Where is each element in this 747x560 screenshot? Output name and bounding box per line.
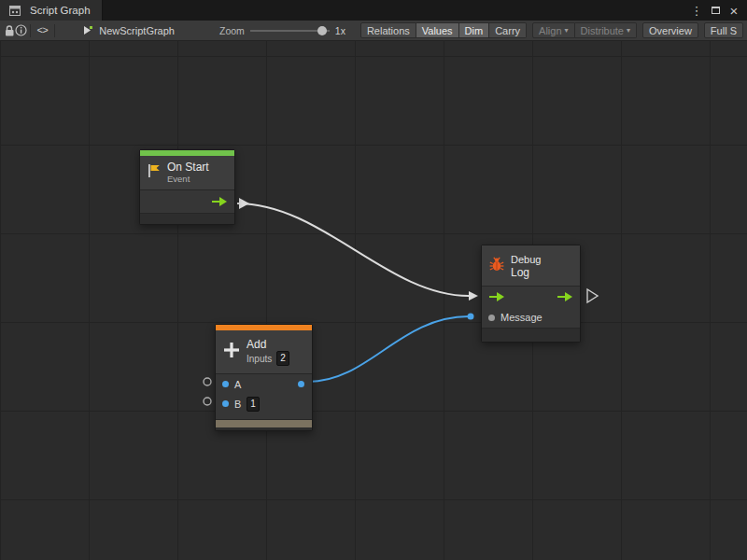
port-b-value-field[interactable]: 1 [247, 397, 260, 412]
add-port-a-row: A [216, 374, 312, 394]
control-arrow-icon [211, 196, 228, 207]
values-button-label: Values [422, 25, 453, 36]
flag-icon [147, 163, 162, 182]
script-graph-asset-icon [81, 22, 94, 39]
carry-button-label: Carry [495, 25, 520, 36]
close-icon[interactable]: × [726, 3, 741, 18]
on-start-subtitle: Event [167, 174, 209, 185]
graph-name-label: NewScriptGraph [99, 25, 175, 36]
relation-circle-icon [204, 378, 211, 385]
graph-toolbar: <> NewScriptGraph Zoom 1x Relations Valu… [0, 21, 747, 41]
maximize-icon[interactable] [708, 3, 723, 18]
message-port-label: Message [500, 312, 543, 323]
relations-button[interactable]: Relations [360, 22, 416, 38]
add-title: Add [247, 338, 289, 351]
window-menu-icon[interactable]: ⋮ [689, 3, 704, 18]
node-add[interactable]: Add Inputs 2 A B 1 [215, 324, 313, 431]
message-port-dot[interactable] [488, 315, 495, 321]
edit-source-icon[interactable]: <> [34, 25, 51, 36]
debug-log-footer [482, 328, 580, 342]
script-graph-window: Script Graph ⋮ × <> NewScriptGraph Zoom [0, 0, 747, 560]
overview-button-label: Overview [649, 25, 692, 36]
toolbar-separator [54, 24, 55, 37]
relations-button-label: Relations [367, 25, 410, 36]
add-preview-bar [216, 419, 312, 427]
zoom-control: Zoom 1x [219, 25, 345, 36]
log-title: Log [511, 266, 541, 279]
dim-button[interactable]: Dim [459, 22, 490, 38]
control-output-arrow-icon[interactable] [557, 291, 573, 302]
inputs-count-field[interactable]: 2 [276, 351, 289, 366]
on-start-footer [140, 213, 234, 224]
align-dropdown[interactable]: Align ▾ [532, 22, 574, 38]
port-b-label: B [234, 399, 241, 410]
control-wire[interactable] [237, 203, 469, 296]
graph-canvas[interactable]: On Start Event [0, 41, 747, 560]
wires-layer [0, 41, 747, 560]
chevron-down-icon: ▾ [565, 26, 569, 35]
add-header[interactable]: Add Inputs 2 [216, 330, 312, 373]
relation-circle-icon [204, 398, 211, 405]
tab-script-graph[interactable]: Script Graph [0, 0, 103, 21]
tab-title: Script Graph [30, 5, 91, 16]
window-controls: ⋮ × [689, 0, 747, 21]
port-a-input-dot[interactable] [222, 381, 229, 387]
value-wire[interactable] [308, 316, 469, 382]
carry-button[interactable]: Carry [489, 22, 527, 38]
zoom-label: Zoom [219, 25, 245, 36]
toolbar-separator [30, 24, 31, 37]
overview-button[interactable]: Overview [642, 22, 698, 38]
add-output-dot[interactable] [298, 381, 304, 387]
debug-log-header[interactable]: Debug Log [482, 245, 580, 286]
add-port-b-row: B 1 [216, 394, 312, 413]
zoom-value: 1x [335, 25, 345, 36]
port-b-input-dot[interactable] [222, 400, 229, 407]
control-input-arrow-icon[interactable] [488, 291, 505, 302]
graph-reference[interactable]: NewScriptGraph [81, 22, 175, 39]
add-bottom-strip [216, 427, 312, 430]
on-start-title: On Start [167, 161, 209, 174]
node-debug-log[interactable]: Debug Log Message [481, 245, 581, 343]
distribute-label: Distribute [581, 25, 624, 36]
bug-icon [488, 256, 505, 276]
carry-triangle-icon [587, 289, 598, 302]
fullscreen-button[interactable]: Full S [704, 22, 743, 38]
chevron-down-icon: ▾ [627, 26, 630, 35]
debug-title: Debug [511, 253, 541, 266]
node-on-start[interactable]: On Start Event [139, 149, 235, 225]
plus-icon [222, 341, 241, 363]
titlebar: Script Graph ⋮ × [0, 0, 747, 21]
align-label: Align [539, 25, 561, 36]
value-wire-end-dot [468, 314, 474, 320]
graph-window-icon [6, 2, 24, 19]
values-button[interactable]: Values [416, 22, 459, 38]
toolbar-buttons: Relations Values Dim Carry Align ▾ Distr… [360, 22, 743, 38]
port-a-label: A [234, 379, 241, 390]
lock-icon[interactable] [4, 22, 15, 39]
control-wire-end-arrow [469, 291, 478, 301]
info-icon[interactable] [15, 22, 27, 39]
on-start-control-output-port[interactable] [140, 190, 234, 213]
debug-log-message-port[interactable]: Message [482, 307, 580, 328]
dim-button-label: Dim [465, 25, 484, 36]
fullscreen-button-label: Full S [711, 25, 737, 36]
debug-log-control-flow-row [482, 287, 580, 307]
on-start-header[interactable]: On Start Event [140, 156, 234, 189]
zoom-slider-handle[interactable] [317, 26, 327, 35]
inputs-label: Inputs [247, 354, 272, 364]
zoom-slider[interactable] [250, 25, 330, 36]
distribute-dropdown[interactable]: Distribute ▾ [575, 22, 637, 38]
control-wire-start-arrow [239, 198, 249, 209]
